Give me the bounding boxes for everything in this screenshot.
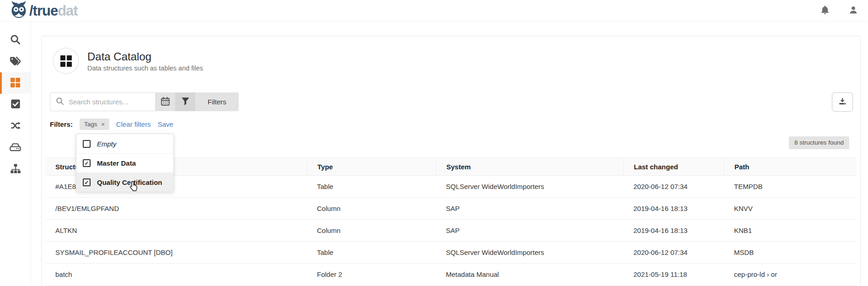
sidebar-item-systems[interactable] bbox=[0, 137, 31, 158]
bell-icon bbox=[820, 5, 830, 16]
hard-drive-icon bbox=[10, 142, 21, 154]
wordmark-primary: /true bbox=[29, 3, 58, 19]
search-box bbox=[50, 92, 155, 111]
page-subtitle: Data structures such as tables and files bbox=[87, 65, 203, 72]
user-icon bbox=[849, 5, 858, 16]
page-header: Data Catalog Data structures such as tab… bbox=[53, 48, 860, 74]
table-row[interactable]: /BEV1/EMLGPFAND Column SAP 2019-04-16 18… bbox=[45, 198, 857, 220]
cell-last-changed: 2020-06-12 07:34 bbox=[623, 248, 724, 256]
cell-last-changed: 2020-06-12 07:34 bbox=[623, 183, 724, 190]
cell-path: cep-pro-ld › or bbox=[724, 270, 857, 278]
cell-system: SQLServer WideWorldImporters bbox=[436, 183, 623, 190]
table-row[interactable]: SYSMAIL_PROFILEACCOUNT [DBO] Table SQLSe… bbox=[45, 242, 857, 264]
data-catalog-card: Data Catalog Data structures such as tab… bbox=[41, 36, 861, 286]
cell-structure: batch bbox=[45, 270, 307, 278]
calendar-icon bbox=[161, 97, 170, 108]
tags-filter-dropdown: Empty ✓ Master Data ✓ Quality Certificat… bbox=[76, 134, 174, 192]
cell-type: Column bbox=[307, 205, 436, 212]
catalog-grid-icon bbox=[53, 48, 79, 74]
filter-chip-tags[interactable]: Tags × bbox=[80, 119, 109, 130]
sidebar-item-data-catalog[interactable] bbox=[0, 72, 31, 94]
search-group: Filters bbox=[50, 92, 239, 111]
cell-structure: SYSMAIL_PROFILEACCOUNT [DBO] bbox=[45, 248, 307, 256]
cell-path: KNVV bbox=[724, 205, 857, 212]
download-button[interactable] bbox=[832, 92, 853, 112]
clear-filters-link[interactable]: Clear filters bbox=[116, 120, 151, 128]
funnel-icon bbox=[181, 97, 190, 107]
filter-toggle-button[interactable] bbox=[175, 92, 195, 111]
cell-type: Column bbox=[307, 227, 436, 234]
checkbox-unchecked[interactable] bbox=[83, 140, 91, 148]
sidebar-item-tags[interactable] bbox=[0, 51, 31, 72]
top-bar: /truedat bbox=[0, 0, 868, 21]
date-filter-button[interactable] bbox=[155, 92, 175, 111]
wordmark-secondary: dat bbox=[58, 3, 78, 19]
download-icon bbox=[838, 97, 847, 108]
owl-logo-icon bbox=[10, 0, 27, 21]
dropdown-option-quality-certification[interactable]: ✓ Quality Certification bbox=[76, 173, 173, 192]
cell-type: Folder 2 bbox=[307, 270, 436, 278]
filters-button-label: Filters bbox=[208, 98, 226, 106]
column-header-system: System bbox=[436, 158, 623, 175]
dropdown-option-empty[interactable]: Empty bbox=[76, 134, 173, 153]
results-count-badge: 8 structures found bbox=[789, 136, 849, 149]
cell-system: SQLServer WideWorldImporters bbox=[436, 248, 623, 256]
sidebar-item-taxonomy[interactable] bbox=[0, 158, 31, 180]
cell-last-changed: 2019-04-16 18:13 bbox=[623, 205, 724, 212]
page-title: Data Catalog bbox=[87, 50, 203, 63]
user-menu-button[interactable] bbox=[849, 5, 858, 16]
filters-button[interactable]: Filters bbox=[195, 92, 239, 111]
cell-path: MSDB bbox=[724, 248, 857, 256]
wordmark: /truedat bbox=[29, 4, 78, 18]
cell-last-changed: 2021-05-19 11:18 bbox=[623, 270, 724, 278]
notifications-button[interactable] bbox=[820, 5, 830, 16]
sidebar bbox=[0, 21, 31, 286]
filter-chip-label: Tags bbox=[84, 121, 97, 128]
sidebar-item-lineage[interactable] bbox=[0, 115, 31, 137]
sitemap-icon bbox=[10, 163, 21, 175]
dropdown-option-master-data[interactable]: ✓ Master Data bbox=[76, 153, 173, 173]
grid-icon bbox=[10, 77, 21, 89]
remove-filter-icon[interactable]: × bbox=[102, 121, 105, 128]
cell-last-changed: 2019-04-16 18:13 bbox=[623, 227, 724, 234]
toolbar: Filters bbox=[50, 92, 853, 112]
truedat-logo[interactable]: /truedat bbox=[10, 0, 78, 21]
sidebar-item-quality[interactable] bbox=[0, 94, 31, 115]
cursor-hand-icon bbox=[129, 181, 139, 194]
search-input[interactable] bbox=[69, 98, 150, 106]
filters-label: Filters: bbox=[50, 120, 73, 128]
dropdown-option-label: Empty bbox=[97, 140, 117, 148]
check-square-icon bbox=[11, 99, 21, 110]
cell-system: Metadata Manual bbox=[436, 270, 623, 278]
main-content: Data Catalog Data structures such as tab… bbox=[31, 21, 868, 286]
dropdown-option-label: Master Data bbox=[97, 159, 136, 167]
cell-structure: /BEV1/EMLGPFAND bbox=[45, 205, 307, 212]
column-header-type: Type bbox=[307, 158, 436, 175]
table-row[interactable]: ALTKN Column SAP 2019-04-16 18:13 KNB1 bbox=[45, 220, 857, 242]
active-filters-bar: Filters: Tags × Clear filters Save bbox=[50, 119, 860, 130]
save-filters-link[interactable]: Save bbox=[158, 120, 173, 128]
search-icon bbox=[56, 97, 64, 107]
table-row[interactable]: batch Folder 2 Metadata Manual 2021-05-1… bbox=[45, 264, 857, 286]
shuffle-icon bbox=[10, 120, 21, 132]
cell-type: Table bbox=[307, 248, 436, 256]
cell-system: SAP bbox=[436, 205, 623, 212]
cell-structure: ALTKN bbox=[45, 227, 307, 234]
cell-path: TEMPDB bbox=[724, 183, 857, 190]
cell-type: Table bbox=[307, 183, 436, 190]
cell-path: KNB1 bbox=[724, 227, 857, 234]
search-icon bbox=[10, 34, 21, 46]
checkbox-checked[interactable]: ✓ bbox=[83, 159, 91, 167]
checkbox-checked[interactable]: ✓ bbox=[83, 178, 91, 186]
tags-icon bbox=[10, 56, 21, 68]
cell-system: SAP bbox=[436, 227, 623, 234]
column-header-path: Path bbox=[724, 158, 857, 175]
column-header-last-changed: Last changed bbox=[623, 158, 724, 175]
topbar-actions bbox=[820, 5, 862, 16]
sidebar-item-search[interactable] bbox=[0, 29, 31, 51]
